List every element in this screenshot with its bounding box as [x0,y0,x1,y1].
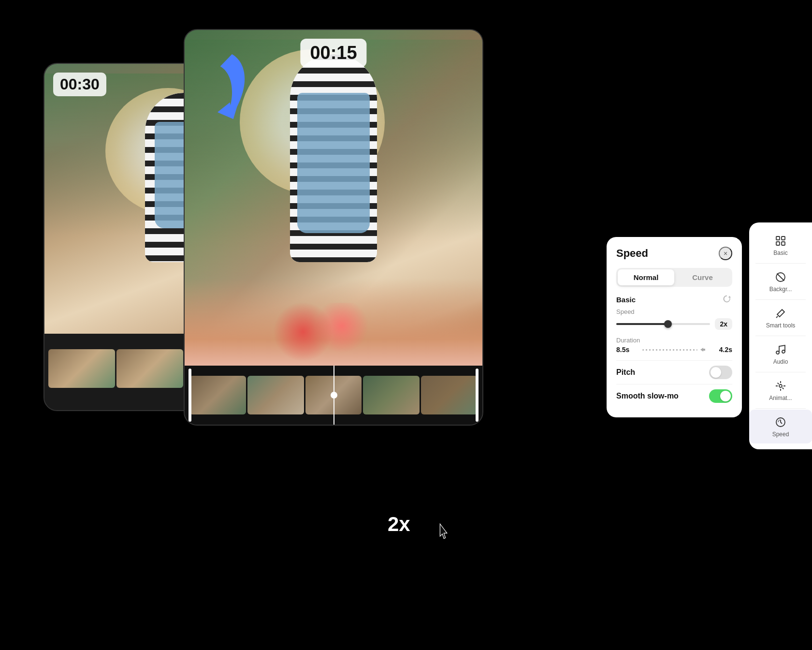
svg-line-7 [776,316,778,318]
close-button[interactable]: × [719,247,732,260]
toolbar-label-background: Backgr... [769,286,792,293]
slider-thumb[interactable] [664,320,672,328]
svg-rect-3 [776,242,780,245]
duration-arrow-icon [699,346,706,353]
grid-icon [774,234,787,248]
toolbar-divider-4 [755,372,806,372]
girl-apron-front [297,93,370,233]
toolbar-label-basic: Basic [773,250,787,256]
toolbar-divider-2 [755,299,806,300]
svg-rect-2 [782,236,785,240]
speed-slider-row: 2x [616,318,732,330]
wand-icon [774,307,787,320]
tl-thumb-2 [116,349,183,388]
pitch-toggle-row: Pitch [616,360,732,384]
playhead-dot [331,392,337,399]
panel-title: Speed [616,247,648,260]
speed-icon [774,415,787,429]
smooth-slowmo-toggle[interactable] [709,389,732,403]
toolbar-item-animate[interactable]: Animat... [749,373,812,407]
section-basic-label: Basic [616,295,732,304]
toolbar-label-smart-tools: Smart tools [766,322,796,329]
toolbar-label-audio: Audio [773,358,788,365]
animate-icon [774,379,787,393]
panel-header: Speed × [616,247,732,260]
tl-thumb-1 [48,349,115,388]
duration-section: Duration 8.5s 4.2s [616,337,732,354]
toolbar-label-animate: Animat... [769,395,792,401]
pitch-label: Pitch [616,368,635,377]
speed-badge-container: 2x [377,513,421,536]
timestamp-back: 00:30 [53,73,106,96]
toolbar-label-speed: Speed [772,431,789,438]
timestamp-front: 00:15 [300,39,366,67]
svg-rect-1 [776,236,780,240]
tab-normal[interactable]: Normal [618,269,674,285]
toolbar-item-speed[interactable]: Speed [749,410,812,443]
speed-slider-track[interactable] [616,323,710,325]
dot-track [642,349,697,351]
speed-panel: Speed × Normal Curve Basic Speed 2x Dura… [607,237,742,417]
tl-border-left [188,369,191,422]
duration-to: 4.2s [713,346,732,354]
toolbar-item-smart-tools[interactable]: Smart tools [749,301,812,335]
speed-row-label: Speed [616,308,732,315]
tl-front-1 [189,376,246,414]
tl-border-right [476,369,478,422]
duration-from: 8.5s [616,346,636,354]
speed-badge: 2x [377,509,421,539]
svg-point-10 [779,384,782,387]
toolbar-item-audio[interactable]: Audio [749,337,812,371]
flower-colors [274,303,371,361]
svg-point-8 [776,351,779,354]
svg-rect-4 [782,242,785,245]
slash-icon [774,270,787,284]
tl-front-2 [247,376,304,414]
cursor-arrow-icon [435,522,454,542]
cursor-pointer-container [435,522,454,544]
tl-front-4 [363,376,420,414]
pitch-toggle-knob [710,367,721,378]
timeline-bottom [185,366,482,425]
playhead-line [334,366,334,425]
pitch-toggle[interactable] [709,366,732,379]
smooth-slowmo-toggle-row: Smooth slow-mo [616,384,732,408]
duration-dots [639,346,709,353]
toolbar-item-basic[interactable]: Basic [749,228,812,262]
speed-value-badge: 2x [715,318,732,330]
toolbar-divider-3 [755,336,806,336]
main-scene: 00:30 00:15 [0,0,812,650]
svg-line-6 [777,274,784,281]
tl-front-5 [421,376,478,414]
smooth-slowmo-toggle-knob [720,391,731,401]
slider-fill [616,323,668,325]
duration-values-row: 8.5s 4.2s [616,346,732,354]
smooth-slowmo-label: Smooth slow-mo [616,392,679,400]
svg-point-9 [782,350,785,353]
toolbar-divider-5 [755,408,806,409]
right-toolbar: Basic Backgr... Smart tools [749,222,812,449]
toolbar-divider-1 [755,263,806,264]
music-icon [774,343,787,356]
tab-row: Normal Curve [616,268,732,287]
duration-label: Duration [616,337,732,344]
tab-curve[interactable]: Curve [674,269,731,285]
toolbar-item-background[interactable]: Backgr... [749,265,812,298]
reset-icon[interactable] [723,295,732,304]
